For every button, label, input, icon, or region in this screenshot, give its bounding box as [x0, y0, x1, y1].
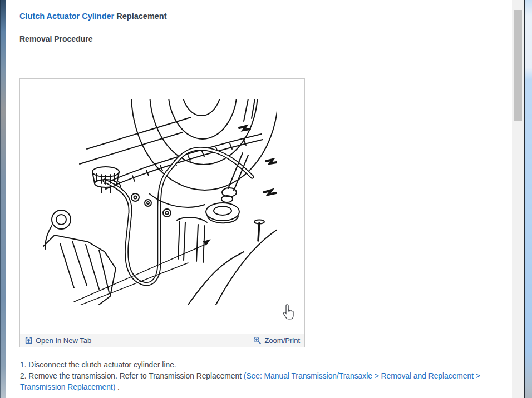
step-1: 1. Disconnect the clutch actuator cylind… — [20, 360, 497, 371]
magnifier-plus-icon — [253, 336, 262, 345]
figure-panel: Open In New Tab Zoom/Print — [19, 78, 305, 347]
right-window-edge — [525, 0, 532, 398]
figure-toolbar: Open In New Tab Zoom/Print — [20, 334, 304, 347]
title-link[interactable]: Clutch Actuator Cylinder — [19, 12, 114, 21]
open-in-new-tab-label: Open In New Tab — [36, 336, 91, 345]
zoom-print-label: Zoom/Print — [264, 336, 300, 345]
step-2-text: 2. Remove the transmission. Refer to Tra… — [20, 372, 244, 380]
step-2: 2. Remove the transmission. Refer to Tra… — [20, 371, 497, 393]
vertical-scrollbar[interactable] — [512, 0, 524, 398]
open-in-new-tab-button[interactable]: Open In New Tab — [24, 336, 91, 345]
procedure-steps: 1. Disconnect the clutch actuator cylind… — [20, 360, 497, 393]
open-in-new-tab-icon — [24, 336, 33, 345]
transmission-illustration — [43, 99, 277, 305]
document-viewer: Clutch Actuator Cylinder Replacement Rem… — [0, 0, 532, 398]
page-title: Clutch Actuator Cylinder Replacement — [19, 12, 167, 21]
step-1-text: 1. Disconnect the clutch actuator cylind… — [20, 361, 176, 369]
figure-drawing[interactable] — [20, 79, 304, 334]
section-heading: Removal Procedure — [19, 34, 93, 43]
step-2-tail: . — [115, 383, 120, 391]
left-window-edge — [0, 0, 6, 398]
zoom-print-button[interactable]: Zoom/Print — [253, 336, 300, 345]
hand-cursor-icon — [282, 302, 296, 322]
scrollbar-thumb[interactable] — [514, 10, 522, 121]
title-rest: Replacement — [114, 12, 166, 21]
